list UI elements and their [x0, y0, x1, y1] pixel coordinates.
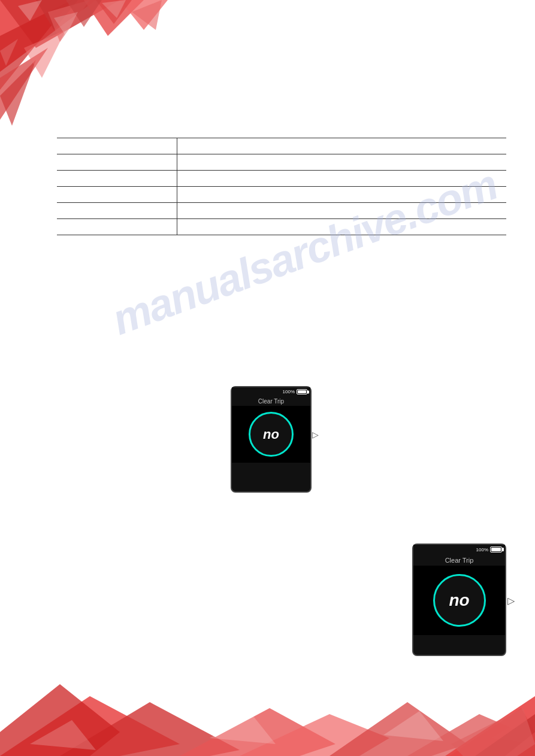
svg-marker-15: [0, 39, 18, 66]
device-mockup-small: 100% Clear Trip no ▷: [231, 386, 312, 493]
table-row: [57, 154, 506, 171]
screen-body-large: no ▷: [413, 566, 505, 635]
svg-marker-20: [180, 708, 335, 756]
table-row: [57, 138, 506, 154]
arrow-right-large: ▷: [507, 595, 515, 606]
table-row: [57, 219, 506, 235]
svg-marker-13: [18, 0, 42, 21]
svg-marker-24: [449, 708, 535, 756]
arrow-right-small: ▷: [312, 430, 319, 439]
table-cell-left: [57, 187, 177, 203]
table-cell-left: [57, 219, 177, 235]
svg-marker-8: [0, 60, 36, 126]
screen-body-small: no ▷: [232, 406, 310, 463]
svg-marker-10: [96, 0, 132, 24]
screen-title-large: Clear Trip: [413, 554, 505, 566]
svg-marker-31: [505, 732, 535, 756]
no-button-large[interactable]: no: [433, 574, 486, 627]
no-button-small[interactable]: no: [249, 412, 294, 457]
bottom-right-decoration: [415, 666, 535, 756]
content-table: [57, 138, 506, 235]
svg-marker-9: [24, 30, 66, 78]
svg-marker-26: [210, 714, 276, 744]
svg-marker-29: [445, 696, 535, 756]
svg-marker-23: [407, 714, 535, 756]
table-cell-right: [177, 154, 506, 171]
svg-marker-27: [383, 711, 443, 741]
device-mockup-large: 100% Clear Trip no ▷: [412, 544, 506, 656]
table-row: [57, 203, 506, 219]
table-cell-right: [177, 138, 506, 154]
svg-marker-32: [451, 708, 535, 756]
no-label-small: no: [263, 427, 279, 442]
svg-marker-17: [0, 696, 180, 756]
table-cell-right: [177, 187, 506, 203]
svg-marker-22: [330, 702, 467, 756]
svg-marker-7: [48, 0, 90, 42]
table-row: [57, 187, 506, 203]
svg-marker-18: [60, 702, 240, 756]
table-cell-left: [57, 154, 177, 171]
svg-marker-0: [0, 0, 96, 72]
table-cell-left: [57, 171, 177, 187]
svg-marker-14: [102, 0, 126, 18]
svg-marker-19: [0, 684, 120, 756]
svg-marker-25: [30, 720, 96, 750]
svg-marker-12: [66, 0, 102, 27]
status-bar-large: 100%: [413, 545, 505, 554]
screen-title-small: Clear Trip: [232, 396, 310, 406]
battery-icon-large: [490, 546, 502, 552]
battery-percent-large: 100%: [476, 547, 488, 552]
table-cell-right: [177, 171, 506, 187]
svg-marker-2: [0, 0, 72, 90]
svg-marker-4: [120, 0, 168, 30]
no-label-large: no: [449, 591, 469, 610]
svg-marker-6: [0, 48, 48, 120]
svg-marker-11: [132, 0, 162, 30]
bottom-decoration: [0, 684, 535, 756]
table-cell-right: [177, 219, 506, 235]
table-row: [57, 171, 506, 187]
top-left-decoration: [0, 0, 168, 126]
svg-marker-30: [475, 714, 535, 756]
svg-marker-21: [240, 714, 389, 756]
table-cell-right: [177, 203, 506, 219]
table-cell-left: [57, 138, 177, 154]
svg-marker-1: [0, 0, 120, 48]
table-cell-left: [57, 203, 177, 219]
svg-marker-3: [84, 0, 144, 36]
status-bar-small: 100%: [232, 387, 310, 396]
svg-marker-16: [54, 12, 78, 36]
svg-marker-28: [491, 720, 535, 744]
battery-icon-small: [297, 389, 307, 394]
battery-percent-small: 100%: [283, 389, 295, 394]
svg-marker-5: [36, 0, 78, 30]
